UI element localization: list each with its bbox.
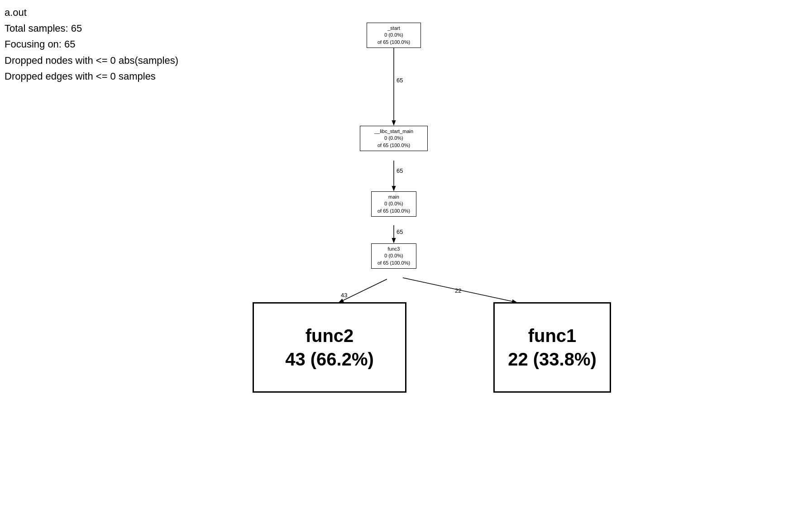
node-main-line3: of 65 (100.0%) bbox=[374, 208, 413, 214]
svg-line-3 bbox=[339, 279, 387, 302]
node-start-name: _start bbox=[370, 25, 418, 32]
node-start-line2: 0 (0.0%) bbox=[370, 32, 418, 38]
edge-label-start-libc: 65 bbox=[396, 77, 403, 84]
node-main-line2: 0 (0.0%) bbox=[374, 200, 413, 207]
node-func1: func1 22 (33.8%) bbox=[493, 302, 611, 393]
node-func3-line2: 0 (0.0%) bbox=[374, 252, 413, 259]
node-func3-name: func3 bbox=[374, 246, 413, 252]
node-func1-name: func1 bbox=[528, 324, 577, 347]
node-func2: func2 43 (66.2%) bbox=[253, 302, 406, 393]
edge-label-func3-func1: 22 bbox=[455, 287, 461, 294]
node-func2-stat: 43 (66.2%) bbox=[285, 347, 374, 371]
graph-area: _start 0 (0.0%) of 65 (100.0%) 65 __libc… bbox=[0, 0, 812, 513]
node-libc-line2: 0 (0.0%) bbox=[363, 135, 425, 142]
node-func3-line3: of 65 (100.0%) bbox=[374, 260, 413, 266]
node-func3: func3 0 (0.0%) of 65 (100.0%) bbox=[371, 243, 416, 269]
node-func2-name: func2 bbox=[306, 324, 354, 347]
node-main: main 0 (0.0%) of 65 (100.0%) bbox=[371, 191, 416, 217]
node-start-line3: of 65 (100.0%) bbox=[370, 39, 418, 46]
node-main-name: main bbox=[374, 194, 413, 200]
node-func1-stat: 22 (33.8%) bbox=[508, 347, 597, 371]
edge-label-libc-main: 65 bbox=[396, 167, 403, 174]
node-start: _start 0 (0.0%) of 65 (100.0%) bbox=[367, 23, 421, 48]
node-libc-line3: of 65 (100.0%) bbox=[363, 142, 425, 149]
node-libc-name: __libc_start_main bbox=[363, 128, 425, 135]
edge-label-func3-func2: 43 bbox=[341, 292, 347, 299]
node-libc: __libc_start_main 0 (0.0%) of 65 (100.0%… bbox=[360, 126, 428, 151]
edge-label-main-func3: 65 bbox=[396, 228, 403, 235]
